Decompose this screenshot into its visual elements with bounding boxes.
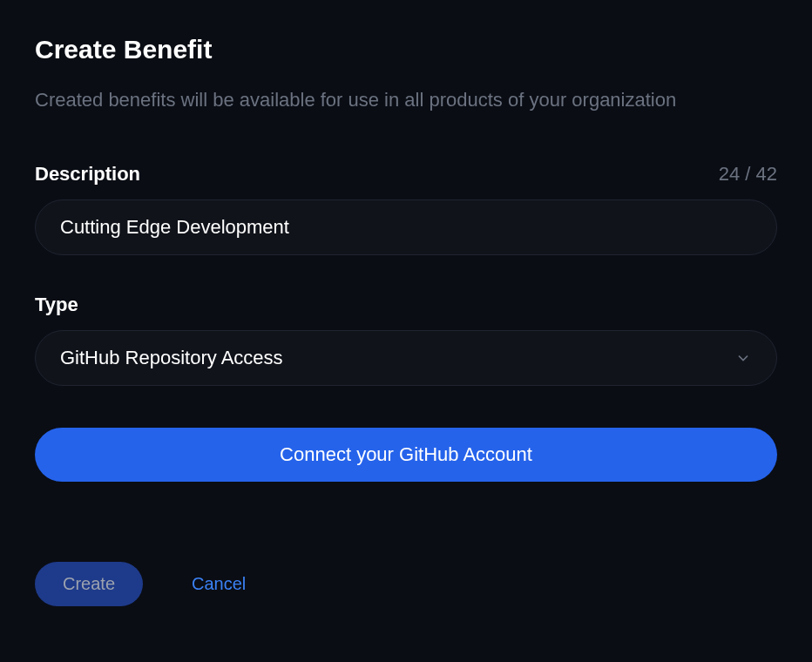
description-char-counter: 24 / 42: [719, 163, 777, 186]
type-select[interactable]: GitHub Repository Access: [35, 330, 777, 386]
type-label: Type: [35, 294, 78, 316]
connect-github-button[interactable]: Connect your GitHub Account: [35, 428, 777, 482]
chevron-down-icon: [734, 349, 752, 367]
create-benefit-form: Create Benefit Created benefits will be …: [35, 35, 777, 606]
description-input[interactable]: [35, 199, 777, 255]
description-label: Description: [35, 163, 140, 186]
page-subtitle: Created benefits will be available for u…: [35, 85, 777, 114]
cancel-button[interactable]: Cancel: [192, 574, 246, 594]
create-button[interactable]: Create: [35, 562, 143, 606]
action-button-row: Create Cancel: [35, 562, 777, 606]
type-select-value: GitHub Repository Access: [60, 347, 283, 369]
description-field-group: Description 24 / 42: [35, 163, 777, 255]
page-title: Create Benefit: [35, 35, 777, 64]
type-field-group: Type GitHub Repository Access: [35, 294, 777, 386]
